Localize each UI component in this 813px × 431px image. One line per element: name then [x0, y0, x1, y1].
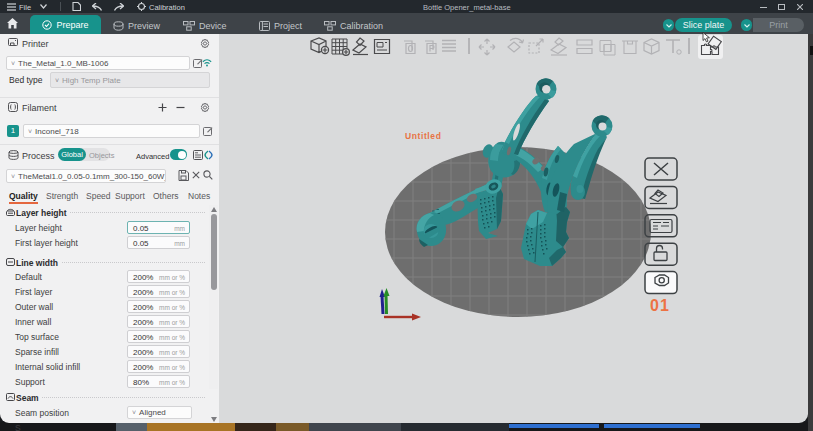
svg-text:01: 01 — [650, 297, 670, 314]
svg-text:Untitled: Untitled — [405, 131, 441, 141]
